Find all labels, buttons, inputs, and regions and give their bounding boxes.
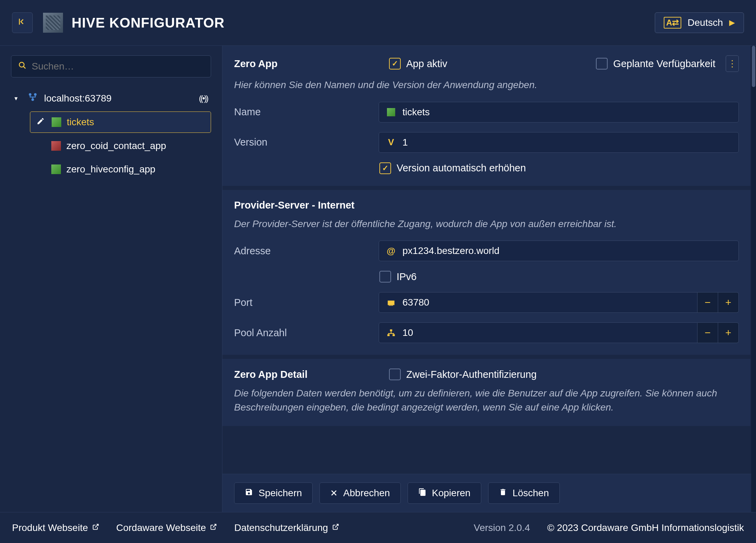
checkbox-label: Version automatisch erhöhen bbox=[397, 162, 526, 174]
port-label: Port bbox=[234, 297, 368, 308]
copyright-text: © 2023 Cordaware GmbH Informationslogist… bbox=[547, 522, 744, 533]
external-link-icon bbox=[332, 523, 339, 532]
broadcast-icon: ((•)) bbox=[199, 94, 208, 103]
decrement-button[interactable]: − bbox=[697, 322, 718, 343]
sidebar-item-zero-hiveconfig[interactable]: zero_hiveconfig_app bbox=[30, 159, 211, 180]
minus-icon: − bbox=[705, 327, 711, 339]
copy-button[interactable]: Kopieren bbox=[408, 482, 481, 504]
sidebar-item-label: tickets bbox=[67, 117, 94, 128]
checkbox-icon[interactable] bbox=[596, 58, 608, 70]
language-label: Deutsch bbox=[687, 17, 723, 28]
link-label: Produkt Webseite bbox=[12, 522, 88, 533]
svg-rect-5 bbox=[387, 334, 390, 336]
section-zero-app: Zero App ✓ App aktiv Geplante Verfügbark… bbox=[222, 46, 750, 186]
port-input[interactable] bbox=[402, 297, 690, 308]
link-label: Datenschutzerklärung bbox=[234, 522, 328, 533]
address-label: Adresse bbox=[234, 245, 368, 257]
decrement-button[interactable]: − bbox=[697, 292, 718, 313]
pool-input[interactable] bbox=[402, 327, 690, 338]
version-label: Version bbox=[234, 137, 368, 148]
cancel-button[interactable]: ✕ Abbrechen bbox=[319, 482, 400, 504]
plus-icon: + bbox=[725, 327, 732, 339]
sidebar-item-label: zero_coid_contact_app bbox=[66, 140, 166, 151]
version-icon: V bbox=[386, 137, 396, 148]
plus-icon: + bbox=[725, 297, 732, 308]
at-icon: @ bbox=[386, 246, 396, 256]
delete-button[interactable]: Löschen bbox=[488, 482, 560, 504]
more-options-button[interactable]: ⋮ bbox=[726, 55, 739, 72]
version-input-wrap[interactable]: V bbox=[379, 132, 739, 153]
link-label: Cordaware Webseite bbox=[116, 522, 206, 533]
search-icon bbox=[18, 61, 27, 72]
app-active-checkbox-wrap[interactable]: ✓ App aktiv bbox=[389, 58, 447, 70]
sidebar-item-zero-coid[interactable]: zero_coid_contact_app bbox=[30, 136, 211, 156]
port-input-wrap[interactable] bbox=[379, 292, 697, 313]
close-icon: ✕ bbox=[330, 488, 338, 499]
svg-point-2 bbox=[34, 93, 37, 96]
svg-point-1 bbox=[29, 93, 32, 96]
section-title: Zero App bbox=[234, 58, 379, 70]
package-icon bbox=[51, 164, 61, 174]
checkbox-checked-icon[interactable]: ✓ bbox=[389, 58, 401, 70]
increment-button[interactable]: + bbox=[718, 322, 739, 343]
name-input-wrap[interactable] bbox=[379, 102, 739, 123]
button-label: Löschen bbox=[513, 488, 549, 499]
pool-input-wrap[interactable] bbox=[379, 322, 697, 343]
sidebar: ▾ localhost:63789 ((•)) tickets zero_coi… bbox=[0, 46, 222, 512]
product-website-link[interactable]: Produkt Webseite bbox=[12, 522, 99, 533]
version-text: Version 2.0.4 bbox=[474, 522, 530, 533]
save-icon bbox=[245, 488, 253, 499]
trash-icon bbox=[499, 488, 507, 499]
section-title: Provider-Server - Internet bbox=[234, 200, 379, 211]
save-button[interactable]: Speichern bbox=[234, 482, 313, 504]
cordaware-website-link[interactable]: Cordaware Webseite bbox=[116, 522, 217, 533]
language-selector[interactable]: A⇄ Deutsch ▶ bbox=[655, 12, 744, 33]
name-label: Name bbox=[234, 106, 368, 118]
sidebar-item-tickets[interactable]: tickets bbox=[30, 111, 211, 133]
sidebar-item-label: zero_hiveconfig_app bbox=[66, 164, 155, 175]
address-input[interactable] bbox=[402, 245, 732, 256]
svg-point-3 bbox=[31, 98, 34, 101]
logo-icon bbox=[43, 13, 63, 33]
app-title: HIVE KONFIGURATOR bbox=[72, 15, 224, 31]
version-input[interactable] bbox=[402, 137, 732, 148]
checkbox-icon[interactable] bbox=[379, 271, 391, 283]
external-link-icon bbox=[92, 523, 99, 532]
svg-rect-6 bbox=[392, 334, 395, 336]
package-icon bbox=[52, 117, 61, 127]
section-description: Hier können Sie den Namen und die Versio… bbox=[234, 78, 739, 92]
search-field[interactable] bbox=[11, 55, 211, 77]
section-description: Die folgenden Daten werden benötigt, um … bbox=[234, 386, 739, 414]
logo-block: HIVE KONFIGURATOR bbox=[43, 13, 224, 33]
checkbox-label: IPv6 bbox=[397, 271, 417, 283]
sidebar-collapse-button[interactable] bbox=[12, 12, 33, 33]
minus-icon: − bbox=[705, 297, 711, 308]
ethernet-icon bbox=[386, 298, 396, 307]
scroll-area[interactable]: Zero App ✓ App aktiv Geplante Verfügbark… bbox=[222, 46, 756, 474]
privacy-link[interactable]: Datenschutzerklärung bbox=[234, 522, 339, 533]
button-label: Kopieren bbox=[432, 488, 471, 499]
checkbox-label: Geplante Verfügbarkeit bbox=[613, 58, 715, 70]
action-bar: Speichern ✕ Abbrechen Kopieren Löschen bbox=[222, 474, 756, 512]
app-header: HIVE KONFIGURATOR A⇄ Deutsch ▶ bbox=[0, 0, 756, 46]
footer: Produkt Webseite Cordaware Webseite Date… bbox=[0, 512, 756, 543]
ipv6-checkbox-wrap[interactable]: IPv6 bbox=[379, 271, 417, 283]
svg-point-0 bbox=[19, 62, 24, 67]
scrollbar-thumb[interactable] bbox=[752, 46, 755, 87]
tree-root[interactable]: ▾ localhost:63789 ((•)) bbox=[11, 88, 211, 109]
section-description: Der Provider-Server ist der öffentliche … bbox=[234, 217, 739, 231]
checkbox-icon[interactable] bbox=[389, 369, 401, 380]
dots-vertical-icon: ⋮ bbox=[728, 58, 737, 69]
increment-button[interactable]: + bbox=[718, 292, 739, 313]
tree-root-label: localhost:63789 bbox=[44, 93, 112, 104]
auto-version-checkbox-wrap[interactable]: ✓ Version automatisch erhöhen bbox=[379, 162, 526, 174]
address-input-wrap[interactable]: @ bbox=[379, 241, 739, 261]
checkbox-checked-icon[interactable]: ✓ bbox=[379, 162, 391, 174]
package-icon bbox=[51, 141, 61, 151]
chevron-down-icon: ▾ bbox=[14, 95, 21, 102]
scheduled-checkbox-wrap[interactable]: Geplante Verfügbarkeit bbox=[596, 58, 715, 70]
twofa-checkbox-wrap[interactable]: Zwei-Faktor-Authentifizierung bbox=[389, 369, 537, 380]
name-input[interactable] bbox=[402, 107, 732, 118]
main-panel: Zero App ✓ App aktiv Geplante Verfügbark… bbox=[222, 46, 756, 512]
search-input[interactable] bbox=[32, 61, 204, 72]
